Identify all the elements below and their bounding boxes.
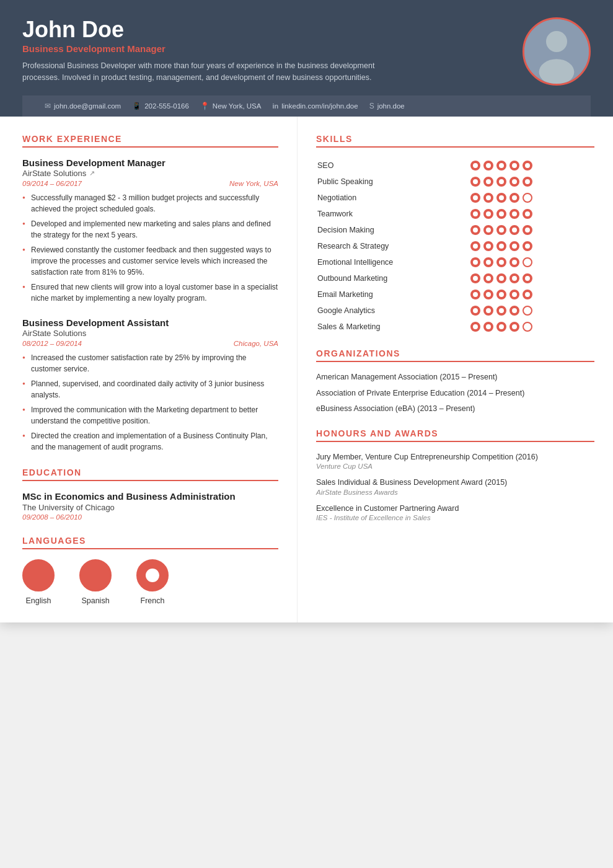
skills-heading: SKILLS <box>316 134 594 148</box>
work-experience-heading: WORK EXPERIENCE <box>22 134 278 148</box>
bullet-item: Improved the communication with the Mark… <box>22 404 278 427</box>
skill-row: Decision Making <box>316 222 594 238</box>
languages-section: LANGUAGES English Spanish French <box>22 536 278 605</box>
job-meta: 09/2014 – 06/2017 New York, USA <box>22 180 278 187</box>
skill-dot <box>470 177 480 187</box>
edu-degree: MSc in Economics and Business Administra… <box>22 491 278 502</box>
skill-dot <box>496 161 506 170</box>
contact-skype: S john.doe <box>369 102 416 110</box>
skill-row: Google Analytics <box>316 303 594 319</box>
job-meta: 08/2012 – 09/2014 Chicago, USA <box>22 340 278 347</box>
organizations-heading: ORGANIZATIONS <box>316 348 594 362</box>
bullet-item: Reviewed constantly the customer feedbac… <box>22 244 278 278</box>
skill-dot <box>483 306 493 316</box>
skill-dot <box>470 209 480 219</box>
language-spanish: Spanish <box>79 559 112 605</box>
skill-dot <box>523 209 532 219</box>
skill-dot <box>523 273 532 283</box>
skill-dot <box>496 257 506 267</box>
skill-row: Emotional Intelligence <box>316 254 594 270</box>
skill-dot <box>509 290 519 299</box>
skill-dots-cell <box>469 157 594 174</box>
skill-dot <box>509 241 519 251</box>
bullet-item: Developed and implemented new marketing … <box>22 218 278 241</box>
skill-dot <box>509 193 519 203</box>
language-level-circle <box>22 559 55 591</box>
skill-name-cell: Google Analytics <box>316 303 469 319</box>
skill-name-cell: Emotional Intelligence <box>316 254 469 270</box>
honour-source: IES - Institute of Excellence in Sales <box>316 514 594 521</box>
skill-dots-cell <box>469 190 594 206</box>
skill-dot <box>509 273 519 283</box>
languages-heading: LANGUAGES <box>22 536 278 549</box>
skill-dots-cell <box>469 319 594 335</box>
skill-dot <box>509 322 519 332</box>
skill-dots-cell <box>469 238 594 254</box>
contact-phone: 📱 202-555-0166 <box>132 102 200 110</box>
skill-dot <box>470 290 480 299</box>
language-english: English <box>22 559 55 605</box>
skill-name-cell: SEO <box>316 157 469 174</box>
candidate-photo <box>523 17 591 86</box>
work-experience-section: WORK EXPERIENCE Business Development Man… <box>22 134 278 453</box>
bullet-item: Increased the customer satisfaction rate… <box>22 352 278 374</box>
languages-list: English Spanish French <box>22 559 278 605</box>
skill-dot <box>483 322 493 332</box>
skill-dot <box>509 209 519 219</box>
skill-dot <box>483 225 493 235</box>
edu-school: The University of Chicago <box>22 503 278 512</box>
skill-dot <box>509 257 519 267</box>
skill-row: Research & Strategy <box>316 238 594 254</box>
skill-name-cell: Research & Strategy <box>316 238 469 254</box>
honours-list: Jury Member, Venture Cup Entrepreneurshi… <box>316 452 594 522</box>
skill-dot <box>483 257 493 267</box>
skill-dots-cell <box>469 270 594 286</box>
skill-dots-cell <box>469 286 594 303</box>
skill-dot <box>496 306 506 316</box>
header-section: John Doe Business Development Manager Pr… <box>0 0 613 117</box>
contact-location: 📍 New York, USA <box>200 102 273 110</box>
job-bullets: Successfully managed $2 - 3 million budg… <box>22 192 278 304</box>
bullet-item: Planned, supervised, and coordinated dai… <box>22 378 278 401</box>
language-level-circle <box>79 559 112 591</box>
language-french: French <box>136 559 169 605</box>
skill-dots-cell <box>469 303 594 319</box>
honour-title: Excellence in Customer Partnering Award <box>316 503 594 515</box>
contact-email: ✉ john.doe@gmail.com <box>45 102 132 110</box>
linkedin-icon: in <box>272 102 278 110</box>
bullet-item: Successfully managed $2 - 3 million budg… <box>22 192 278 215</box>
skill-dot <box>470 225 480 235</box>
skill-dot <box>470 273 480 283</box>
skill-dot <box>523 241 532 251</box>
skill-dot <box>523 225 532 235</box>
skill-dot <box>483 161 493 170</box>
job-title: Business Development Assistant <box>22 317 278 328</box>
honours-section: HONOURS AND AWARDS Jury Member, Venture … <box>316 428 594 522</box>
bullet-item: Ensured that new clients will grow into … <box>22 281 278 304</box>
organizations-section: ORGANIZATIONS American Management Associ… <box>316 348 594 415</box>
skill-dot <box>509 225 519 235</box>
skill-dot <box>496 177 506 187</box>
skill-row: Email Marketing <box>316 286 594 303</box>
education-section: EDUCATION MSc in Economics and Business … <box>22 467 278 521</box>
skill-dot <box>470 241 480 251</box>
org-item: eBusiness Association (eBA) (2013 – Pres… <box>316 404 594 415</box>
skill-dot <box>523 306 532 316</box>
skill-dot <box>483 209 493 219</box>
location-icon: 📍 <box>200 102 209 110</box>
main-content: WORK EXPERIENCE Business Development Man… <box>0 117 613 622</box>
education-heading: EDUCATION <box>22 467 278 481</box>
skill-dot <box>523 257 532 267</box>
bullet-item: Directed the creation and implementation… <box>22 430 278 453</box>
org-item: American Management Association (2015 – … <box>316 372 594 383</box>
skill-dot <box>509 177 519 187</box>
skype-icon: S <box>369 102 374 110</box>
skill-dots-cell <box>469 206 594 222</box>
email-icon: ✉ <box>45 102 51 110</box>
skill-dot <box>523 161 532 170</box>
honour-item: Excellence in Customer Partnering AwardI… <box>316 503 594 522</box>
skill-dot <box>523 322 532 332</box>
skill-row: Sales & Marketing <box>316 319 594 335</box>
skill-dot <box>523 290 532 299</box>
skill-row: Teamwork <box>316 206 594 222</box>
